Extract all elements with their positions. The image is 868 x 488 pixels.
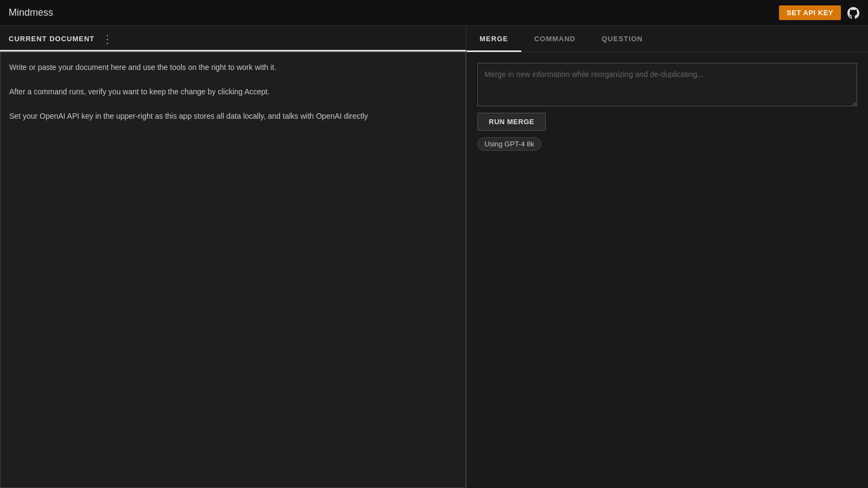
header-left: Mindmess xyxy=(9,7,53,18)
header-right: SET API KEY xyxy=(779,5,859,20)
header: Mindmess SET API KEY xyxy=(0,0,868,26)
more-options-button[interactable]: ⋮ xyxy=(99,33,116,46)
toolbar-right: MERGE COMMAND QUESTION xyxy=(467,26,868,52)
run-merge-button[interactable]: RUN MERGE xyxy=(477,113,546,131)
set-api-key-button[interactable]: SET API KEY xyxy=(779,5,841,20)
tab-merge[interactable]: MERGE xyxy=(467,27,521,52)
tab-command[interactable]: COMMAND xyxy=(521,27,589,52)
document-panel xyxy=(0,52,467,488)
toolbar: CURRENT DOCUMENT ⋮ MERGE COMMAND QUESTIO… xyxy=(0,26,868,52)
document-textarea[interactable] xyxy=(0,52,466,488)
github-icon[interactable] xyxy=(847,7,859,19)
toolbar-left: CURRENT DOCUMENT ⋮ xyxy=(0,26,467,52)
current-document-label: CURRENT DOCUMENT xyxy=(9,35,94,43)
merge-textarea[interactable] xyxy=(477,63,857,106)
current-doc-underline xyxy=(0,50,466,52)
model-badge: Using GPT-4 8k xyxy=(477,137,541,151)
tools-panel: RUN MERGE Using GPT-4 8k xyxy=(467,52,868,488)
app-title: Mindmess xyxy=(9,7,53,18)
tab-question[interactable]: QUESTION xyxy=(589,27,656,52)
main-content: RUN MERGE Using GPT-4 8k xyxy=(0,52,868,488)
